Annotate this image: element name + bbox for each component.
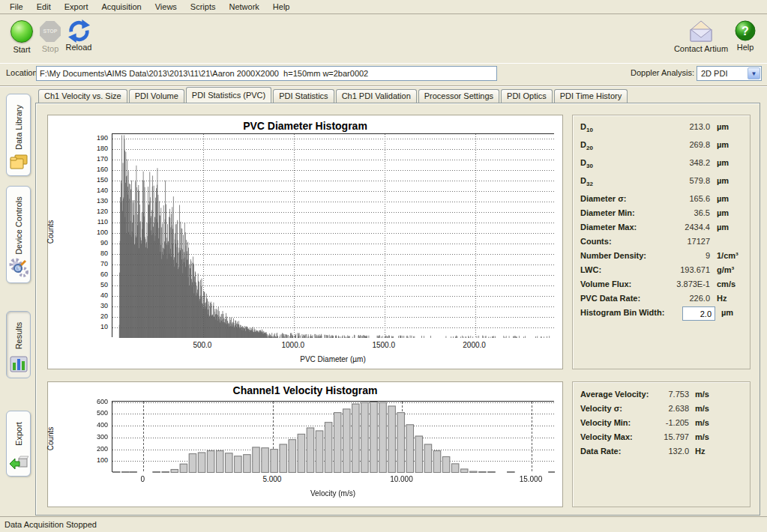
stat-unit: µm (717, 223, 729, 232)
menu-file[interactable]: File (3, 1, 30, 13)
help-button[interactable]: ? Help (731, 19, 760, 52)
stat-row: Diameter σ:165.6µm (573, 193, 750, 207)
velocity-plot-area (112, 401, 554, 472)
stat-row: D30348.2µm (573, 157, 750, 175)
menu-acquisition[interactable]: Acquisition (95, 1, 148, 13)
pvc-ytick-label: 80 (85, 250, 108, 257)
stat-unit: cm/s (717, 279, 736, 288)
pvc-ytick-label: 170 (85, 155, 108, 163)
stat-row: Average Velocity:7.753m/s (573, 388, 750, 402)
stat-value: 348.2 (640, 158, 710, 167)
stat-unit: µm (717, 176, 729, 185)
stat-label: Average Velocity: (580, 390, 649, 399)
pvc-xtick-label: 1000.0 (274, 341, 312, 349)
tab-pdi-statistics[interactable]: PDI Statistics (273, 89, 334, 103)
menu-scripts[interactable]: Scripts (184, 1, 223, 13)
sidebar-item-results[interactable]: Results (6, 311, 31, 378)
velocity-xtick-label: 15.000 (512, 475, 550, 483)
tab-pdi-volume[interactable]: PDI Volume (129, 89, 184, 103)
stat-unit: µm (717, 194, 729, 203)
menu-help[interactable]: Help (266, 1, 297, 13)
tab-ch1-pdi-validation[interactable]: Ch1 PDI Validation (336, 89, 417, 103)
stat-unit: m/s (695, 432, 709, 441)
toolbar: Start STOP Stop Reload (0, 15, 767, 61)
pvc-plot-area (112, 133, 554, 337)
stop-button[interactable]: STOP Stop (37, 20, 64, 53)
velocity-histogram-canvas (112, 402, 555, 473)
menu-network[interactable]: Network (222, 1, 265, 13)
stat-row: Velocity Min:-1.205m/s (573, 417, 750, 431)
velocity-ytick-label: 600 (85, 398, 108, 405)
menu-views[interactable]: Views (148, 1, 184, 13)
sidebar-item-label: Data Library (14, 105, 23, 150)
histogram-bin-width-input[interactable] (682, 306, 715, 321)
location-label: Location: (6, 68, 40, 77)
tab-processor-settings[interactable]: Processor Settings (418, 89, 499, 103)
chevron-down-icon[interactable]: ▼ (748, 67, 760, 79)
pvc-ytick-label: 10 (85, 323, 108, 330)
stop-icon: STOP (40, 21, 61, 42)
stat-row: Velocity σ:2.638m/s (573, 402, 750, 417)
tab-pdi-time-history[interactable]: PDI Time History (554, 89, 628, 103)
tab-ch1-velocity-vs-size[interactable]: Ch1 Velocity vs. Size (38, 89, 127, 103)
tab-pdi-optics[interactable]: PDI Optics (501, 89, 553, 103)
svg-text:?: ? (742, 25, 749, 37)
sidebar-item-export[interactable]: Export (6, 411, 31, 477)
velocity-ytick-label: 200 (85, 445, 108, 453)
stat-row: D32579.8µm (573, 175, 750, 193)
pvc-ytick-label: 30 (85, 302, 108, 309)
pvc-ytick-label: 110 (85, 218, 108, 226)
pvc-ytick-label: 60 (85, 270, 108, 278)
stat-label: Volume Flux: (580, 279, 631, 288)
gears-magnifier-icon (9, 258, 28, 279)
velocity-ytick-label: 300 (85, 433, 108, 441)
tab-pdi-statistics-pvc[interactable]: PDI Statistics (PVC) (186, 87, 271, 103)
pvc-ytick-label: 140 (85, 187, 108, 194)
contact-artium-button[interactable]: Contact Artium (673, 19, 729, 53)
stat-label: D20 (580, 140, 593, 151)
stat-label: Velocity σ: (580, 404, 622, 413)
stat-unit: m/s (695, 418, 709, 427)
stat-value: 2434.4 (640, 223, 710, 232)
stat-value: 15.797 (640, 432, 689, 441)
menu-bar: File Edit Export Acquisition Views Scrip… (0, 0, 767, 14)
bar-chart-icon (10, 356, 28, 374)
sidebar-item-device-controls[interactable]: Device Controls (6, 186, 31, 283)
stat-label: Velocity Min: (580, 418, 631, 427)
stat-label: Data Rate: (580, 447, 621, 456)
doppler-analysis-label: Doppler Analysis: (631, 68, 694, 77)
stat-value: 3.873E-1 (640, 279, 710, 288)
stat-value: 17127 (640, 237, 710, 246)
pvc-xtick-label: 1500.0 (365, 341, 403, 349)
stat-unit: Hz (695, 447, 705, 456)
stat-unit: m/s (695, 404, 709, 413)
pvc-ytick-label: 40 (85, 291, 108, 299)
stat-row: Velocity Max:15.797m/s (573, 431, 750, 445)
stat-value: 269.8 (640, 140, 710, 149)
pvc-ytick-label: 150 (85, 176, 108, 184)
stat-value: 579.8 (640, 176, 710, 185)
menu-export[interactable]: Export (58, 1, 95, 13)
stat-label: D32 (580, 176, 593, 187)
doppler-analysis-select[interactable]: 2D PDI ▼ (697, 66, 762, 81)
sidebar-item-data-library[interactable]: Data Library (6, 94, 31, 176)
start-button[interactable]: Start (6, 20, 37, 54)
stat-row: Number Density:91/cm³ (573, 250, 750, 264)
stat-unit: µm (717, 122, 729, 131)
stat-row: Diameter Min:36.5µm (573, 207, 750, 221)
velocity-xtick-label: 0 (124, 475, 161, 483)
stat-unit: 1/cm³ (717, 251, 739, 260)
help-label: Help (731, 43, 760, 52)
pvc-ytick-label: 120 (85, 208, 108, 215)
pvc-histogram-canvas (112, 134, 555, 338)
stat-value: 7.753 (640, 390, 689, 399)
reload-button[interactable]: Reload (63, 19, 94, 52)
velocity-ytick-label: 500 (85, 409, 108, 417)
diameter-stats-panel: D10213.0µmD20269.8µmD30348.2µmD32579.8µm… (572, 115, 751, 369)
menu-edit[interactable]: Edit (30, 1, 58, 13)
stat-label: Counts: (580, 237, 612, 246)
location-input[interactable] (36, 66, 497, 81)
stat-row: Data Rate:132.0Hz (573, 445, 750, 459)
stat-value: 36.5 (640, 208, 710, 217)
toolbar-separator (0, 63, 767, 64)
